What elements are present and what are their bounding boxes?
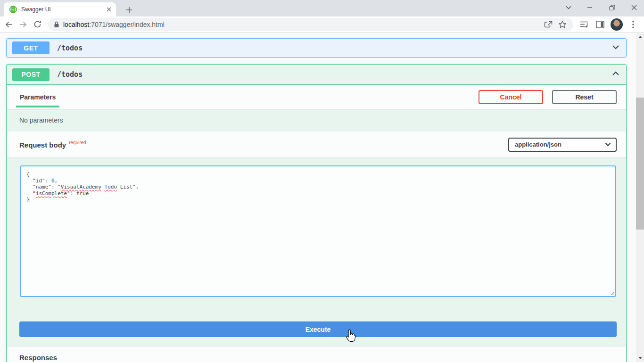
toolbar-right-icons	[576, 18, 641, 31]
request-body-editor[interactable]: { "id": 0, "name": "VisualAcademy Todo L…	[20, 165, 616, 297]
responses-section-header: Responses	[7, 347, 626, 362]
cancel-button[interactable]: Cancel	[479, 90, 543, 104]
browser-tab-bar: {-} Swagger UI	[0, 0, 644, 16]
window-controls	[580, 0, 644, 16]
reset-button[interactable]: Reset	[552, 90, 617, 104]
tab-close-icon[interactable]	[107, 7, 111, 12]
content-type-select[interactable]: application/json	[508, 138, 617, 152]
chevron-down-icon[interactable]	[611, 42, 620, 54]
url-host: localhost	[63, 21, 89, 28]
address-bar[interactable]: localhost:7071/swagger/index.html	[48, 18, 573, 31]
browser-toolbar: localhost:7071/swagger/index.html	[0, 16, 644, 33]
profile-avatar[interactable]	[611, 18, 623, 31]
required-label: required	[69, 140, 86, 145]
resize-grip[interactable]	[610, 290, 614, 295]
side-panel-icon[interactable]	[594, 18, 606, 31]
lock-icon[interactable]	[54, 21, 59, 28]
share-icon[interactable]	[542, 18, 554, 31]
execute-button[interactable]: Execute	[19, 321, 617, 337]
request-body-json: { "id": 0, "name": "VisualAcademy Todo L…	[26, 171, 610, 203]
scrollbar-thumb[interactable]	[636, 98, 644, 230]
opblock-post-todos: POST /todos Parameters Cancel Reset No p…	[6, 64, 627, 362]
content-type-value: application/json	[515, 141, 561, 148]
kebab-menu-icon[interactable]	[627, 18, 639, 31]
back-icon[interactable]	[3, 18, 15, 31]
swagger-favicon-icon: {-}	[9, 6, 17, 13]
url-text: localhost:7071/swagger/index.html	[63, 21, 541, 28]
refresh-icon[interactable]	[31, 18, 43, 31]
opblock-get-todos[interactable]: GET /todos	[6, 38, 627, 58]
browser-tab[interactable]: {-} Swagger UI	[4, 2, 116, 16]
chevron-up-icon[interactable]	[611, 69, 620, 80]
request-body-editor-area: { "id": 0, "name": "VisualAcademy Todo L…	[7, 157, 626, 297]
forward-icon[interactable]	[17, 18, 29, 31]
request-body-title: Request bodyrequired	[19, 140, 86, 149]
no-parameters-text: No parameters	[7, 109, 626, 132]
post-method-badge: POST	[12, 68, 50, 81]
scroll-down-arrow-icon[interactable]	[636, 354, 644, 362]
parameters-section-header: Parameters Cancel Reset	[7, 85, 626, 109]
tab-search-chevron-icon[interactable]	[559, 0, 578, 15]
new-tab-button[interactable]	[124, 4, 135, 16]
scroll-up-arrow-icon[interactable]	[636, 33, 644, 41]
window-close-icon[interactable]	[625, 0, 644, 15]
tab-title: Swagger UI	[21, 6, 107, 13]
request-body-section-header: Request bodyrequired application/json	[7, 132, 626, 157]
swagger-page: GET /todos POST /todos Parameters Cancel…	[0, 33, 636, 362]
url-path: :7071/swagger/index.html	[89, 21, 165, 28]
post-endpoint-path: /todos	[57, 70, 611, 79]
post-opblock-header[interactable]: POST /todos	[7, 65, 626, 85]
tab-parameters[interactable]: Parameters	[16, 93, 59, 101]
window-restore-icon[interactable]	[603, 0, 621, 15]
page-scrollbar[interactable]	[636, 33, 644, 362]
bookmark-star-icon[interactable]	[556, 18, 569, 31]
responses-title: Responses	[19, 354, 57, 362]
window-minimize-icon[interactable]	[580, 0, 599, 15]
get-method-badge: GET	[12, 41, 50, 54]
media-controls-icon[interactable]	[578, 18, 590, 31]
select-chevron-down-icon	[605, 142, 611, 147]
get-endpoint-path: /todos	[57, 44, 611, 52]
